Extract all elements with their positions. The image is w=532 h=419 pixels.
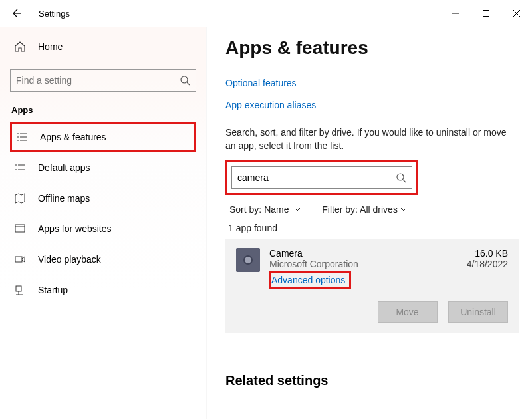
result-count: 1 app found xyxy=(225,223,519,233)
find-setting-input[interactable] xyxy=(16,75,180,86)
app-search-highlight xyxy=(225,160,418,195)
chevron-down-icon xyxy=(294,204,303,215)
move-button[interactable]: Move xyxy=(378,301,438,323)
advanced-options-highlight: Advanced options xyxy=(269,271,351,289)
app-search[interactable] xyxy=(231,166,412,189)
camera-app-icon xyxy=(236,248,260,272)
sidebar-item-label: Default apps xyxy=(38,162,90,173)
app-execution-aliases-link[interactable]: App execution aliases xyxy=(225,100,316,110)
sort-filter-row: Sort by: Name Filter by: All drives xyxy=(225,204,519,215)
app-publisher: Microsoft Corporation xyxy=(269,259,467,269)
sidebar-item-label: Offline maps xyxy=(38,193,90,204)
search-description: Search, sort, and filter by drive. If yo… xyxy=(225,126,519,152)
find-setting-search[interactable] xyxy=(10,69,196,92)
home-icon xyxy=(14,41,27,53)
sidebar-item-apps-for-websites[interactable]: Apps for websites xyxy=(10,213,196,244)
window-controls xyxy=(440,0,532,27)
sort-by-dropdown[interactable]: Name xyxy=(264,204,289,215)
sidebar-item-label: Video playback xyxy=(38,254,101,265)
svg-rect-1 xyxy=(483,11,489,17)
sidebar-item-default-apps[interactable]: Default apps xyxy=(10,152,196,183)
maximize-button[interactable] xyxy=(471,0,501,27)
sidebar-item-label: Apps for websites xyxy=(38,223,112,234)
maximize-icon xyxy=(482,9,490,17)
close-button[interactable] xyxy=(501,0,532,27)
startup-icon xyxy=(14,284,27,296)
website-icon xyxy=(14,223,27,235)
svg-rect-18 xyxy=(15,257,22,262)
home-label: Home xyxy=(38,41,63,52)
sidebar-item-apps-features[interactable]: Apps & features xyxy=(10,122,196,152)
sidebar-item-startup[interactable]: Startup xyxy=(10,275,196,305)
app-search-input[interactable] xyxy=(237,172,396,183)
sidebar-section-header: Apps xyxy=(10,105,196,115)
minimize-button[interactable] xyxy=(440,0,471,27)
app-card-camera[interactable]: Camera Microsoft Corporation Advanced op… xyxy=(225,239,519,333)
filter-label: Filter by: xyxy=(322,204,358,215)
search-icon xyxy=(396,172,406,183)
related-settings-heading: Related settings xyxy=(225,373,519,388)
sidebar-item-label: Apps & features xyxy=(40,132,106,142)
svg-line-23 xyxy=(403,180,406,182)
sidebar-item-home[interactable]: Home xyxy=(10,33,196,60)
svg-rect-16 xyxy=(15,225,25,232)
chevron-down-icon xyxy=(400,204,407,215)
uninstall-button[interactable]: Uninstall xyxy=(448,301,508,323)
page-title: Apps & features xyxy=(225,37,519,59)
sidebar-item-label: Startup xyxy=(38,285,68,295)
list-icon xyxy=(16,131,29,143)
app-date: 4/18/2022 xyxy=(467,259,508,269)
main-panel: Apps & features Optional features App ex… xyxy=(206,27,532,419)
advanced-options-link[interactable]: Advanced options xyxy=(271,275,345,285)
map-icon xyxy=(14,192,27,204)
titlebar: Settings xyxy=(0,0,532,27)
back-button[interactable] xyxy=(0,0,32,27)
svg-point-22 xyxy=(397,174,404,180)
search-icon xyxy=(180,75,190,86)
svg-rect-19 xyxy=(16,286,21,291)
defaults-icon xyxy=(14,162,27,174)
app-size: 16.0 KB xyxy=(467,248,508,259)
svg-point-4 xyxy=(181,76,188,83)
minimize-icon xyxy=(452,9,460,17)
filter-by-dropdown[interactable]: All drives xyxy=(360,204,398,215)
app-name: Camera xyxy=(269,248,467,259)
optional-features-link[interactable]: Optional features xyxy=(225,78,297,88)
close-icon xyxy=(513,9,521,17)
window-title: Settings xyxy=(32,9,70,19)
arrow-left-icon xyxy=(10,7,22,19)
sidebar-nav: Apps & features Default apps Offline map… xyxy=(10,122,196,305)
sort-label: Sort by: xyxy=(229,204,261,215)
sidebar-item-offline-maps[interactable]: Offline maps xyxy=(10,183,196,213)
video-icon xyxy=(14,253,27,265)
sidebar: Home Apps Apps & features Default apps xyxy=(0,27,206,419)
sidebar-item-video-playback[interactable]: Video playback xyxy=(10,244,196,275)
svg-line-5 xyxy=(187,82,190,85)
